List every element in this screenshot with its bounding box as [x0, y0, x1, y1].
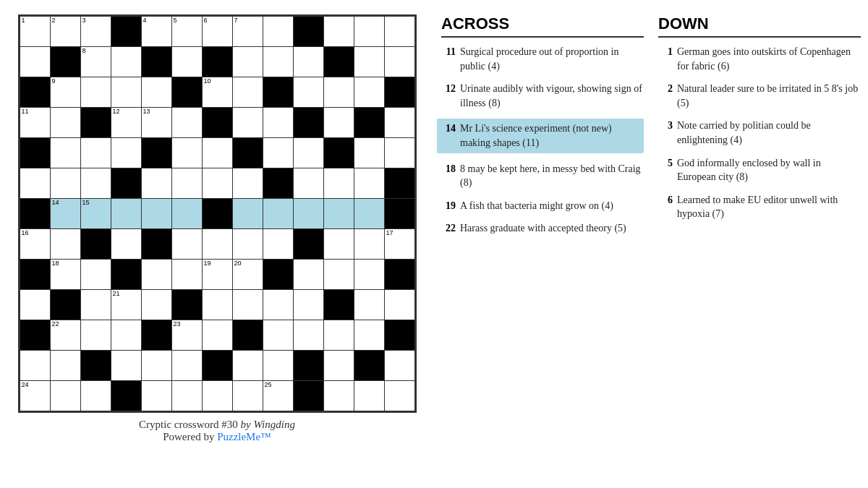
cell-8-0[interactable]	[20, 260, 51, 290]
cell-3-2[interactable]	[81, 108, 111, 138]
cell-8-7[interactable]: 20	[233, 260, 263, 290]
cell-7-1[interactable]	[51, 229, 81, 260]
cell-6-10[interactable]	[324, 199, 354, 229]
cell-2-2[interactable]	[81, 77, 111, 108]
cell-4-6[interactable]	[203, 138, 233, 168]
cell-0-0[interactable]: 1	[20, 17, 51, 47]
cell-6-12[interactable]	[385, 199, 415, 229]
cell-2-10[interactable]	[324, 77, 354, 108]
cell-12-4[interactable]	[142, 381, 172, 411]
cell-9-10[interactable]	[324, 290, 354, 320]
cell-11-9[interactable]	[294, 351, 324, 381]
cell-1-4[interactable]	[142, 47, 172, 77]
cell-0-8[interactable]	[263, 17, 294, 47]
cell-8-10[interactable]	[324, 260, 354, 290]
cell-7-3[interactable]	[111, 229, 142, 260]
across-clue-19[interactable]: 19A fish that bacteria might grow on (4)	[441, 199, 644, 213]
cell-0-10[interactable]	[324, 17, 354, 47]
cell-1-1[interactable]	[51, 47, 81, 77]
cell-0-4[interactable]: 4	[142, 17, 172, 47]
cell-10-10[interactable]	[324, 320, 354, 351]
cell-5-6[interactable]	[203, 168, 233, 199]
cell-4-4[interactable]	[142, 138, 172, 168]
across-clue-11[interactable]: 11Surgical procedure out of proportion i…	[441, 45, 644, 73]
cell-10-8[interactable]	[263, 320, 294, 351]
cell-9-12[interactable]	[385, 290, 415, 320]
cell-7-8[interactable]	[263, 229, 294, 260]
cell-11-10[interactable]	[324, 351, 354, 381]
cell-6-0[interactable]	[20, 199, 51, 229]
cell-11-6[interactable]	[203, 351, 233, 381]
cell-3-9[interactable]	[294, 108, 324, 138]
cell-11-5[interactable]	[172, 351, 203, 381]
across-clue-14[interactable]: 14Mr Li's science experiment (not new) m…	[437, 119, 644, 153]
cell-12-12[interactable]	[385, 381, 415, 411]
cell-0-6[interactable]: 6	[203, 17, 233, 47]
cell-1-5[interactable]	[172, 47, 203, 77]
cell-7-0[interactable]: 16	[20, 229, 51, 260]
cell-2-12[interactable]	[385, 77, 415, 108]
cell-2-8[interactable]	[263, 77, 294, 108]
cell-1-7[interactable]	[233, 47, 263, 77]
cell-9-6[interactable]	[203, 290, 233, 320]
cell-7-6[interactable]	[203, 229, 233, 260]
cell-12-3[interactable]	[111, 381, 142, 411]
cell-0-7[interactable]: 7	[233, 17, 263, 47]
cell-5-5[interactable]	[172, 168, 203, 199]
cell-9-5[interactable]	[172, 290, 203, 320]
cell-11-2[interactable]	[81, 351, 111, 381]
cell-6-1[interactable]: 14	[51, 199, 81, 229]
cell-3-1[interactable]	[51, 108, 81, 138]
down-clue-1[interactable]: 1German goes into outskirts of Copenhage…	[658, 45, 861, 73]
cell-5-0[interactable]	[20, 168, 51, 199]
cell-3-6[interactable]	[203, 108, 233, 138]
cell-3-11[interactable]	[354, 108, 385, 138]
cell-12-1[interactable]	[51, 381, 81, 411]
cell-3-4[interactable]: 13	[142, 108, 172, 138]
cell-5-7[interactable]	[233, 168, 263, 199]
cell-4-3[interactable]	[111, 138, 142, 168]
cell-7-7[interactable]	[233, 229, 263, 260]
cell-9-8[interactable]	[263, 290, 294, 320]
down-clue-6[interactable]: 6Learned to make EU editor unwell with h…	[658, 193, 861, 221]
cell-12-11[interactable]	[354, 381, 385, 411]
cell-10-9[interactable]	[294, 320, 324, 351]
cell-1-12[interactable]	[385, 47, 415, 77]
cell-5-9[interactable]	[294, 168, 324, 199]
cell-4-1[interactable]	[51, 138, 81, 168]
cell-11-8[interactable]	[263, 351, 294, 381]
cell-4-0[interactable]	[20, 138, 51, 168]
cell-8-11[interactable]	[354, 260, 385, 290]
cell-10-5[interactable]: 23	[172, 320, 203, 351]
cell-5-1[interactable]	[51, 168, 81, 199]
cell-0-12[interactable]	[385, 17, 415, 47]
cell-8-8[interactable]	[263, 260, 294, 290]
cell-8-6[interactable]: 19	[203, 260, 233, 290]
cell-10-3[interactable]	[111, 320, 142, 351]
cell-9-1[interactable]	[51, 290, 81, 320]
cell-12-0[interactable]: 24	[20, 381, 51, 411]
cell-4-7[interactable]	[233, 138, 263, 168]
cell-9-3[interactable]: 21	[111, 290, 142, 320]
cell-1-9[interactable]	[294, 47, 324, 77]
cell-4-10[interactable]	[324, 138, 354, 168]
cell-11-11[interactable]	[354, 351, 385, 381]
cell-9-7[interactable]	[233, 290, 263, 320]
cell-12-10[interactable]	[324, 381, 354, 411]
cell-2-6[interactable]: 10	[203, 77, 233, 108]
cell-2-3[interactable]	[111, 77, 142, 108]
cell-10-12[interactable]	[385, 320, 415, 351]
cell-1-0[interactable]	[20, 47, 51, 77]
cell-1-6[interactable]	[203, 47, 233, 77]
cell-5-10[interactable]	[324, 168, 354, 199]
cell-7-2[interactable]	[81, 229, 111, 260]
cell-9-9[interactable]	[294, 290, 324, 320]
cell-2-7[interactable]	[233, 77, 263, 108]
cell-1-2[interactable]: 8	[81, 47, 111, 77]
cell-7-4[interactable]	[142, 229, 172, 260]
cell-11-4[interactable]	[142, 351, 172, 381]
cell-5-2[interactable]	[81, 168, 111, 199]
cell-12-5[interactable]	[172, 381, 203, 411]
cell-6-2[interactable]: 15	[81, 199, 111, 229]
cell-12-2[interactable]	[81, 381, 111, 411]
